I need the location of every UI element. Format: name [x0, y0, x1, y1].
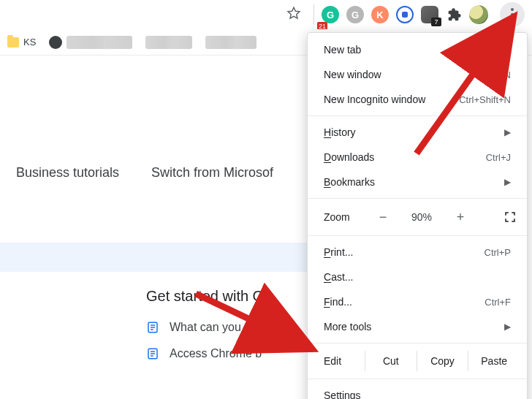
edit-cut-button[interactable]: Cut: [365, 351, 417, 371]
profile-avatar[interactable]: [469, 5, 488, 24]
ext-letter: K: [376, 10, 383, 20]
chrome-menu-button[interactable]: [500, 2, 525, 27]
article-icon: [146, 347, 159, 360]
menu-item-incognito[interactable]: New Incognito window Ctrl+Shift+N: [308, 87, 527, 112]
menu-item-settings[interactable]: Settings: [308, 383, 527, 399]
zoom-value: 90%: [406, 211, 438, 223]
menu-item-more-tools[interactable]: More tools ▶: [308, 314, 527, 339]
get-started-section: Get started with Ch What can you do Acce…: [146, 288, 271, 373]
toolbar-divider: [314, 4, 314, 25]
favicon-icon: [49, 36, 62, 49]
folder-icon: [7, 37, 19, 48]
extension-grey-icon[interactable]: G: [346, 6, 364, 23]
tab-switch-from-microsoft[interactable]: Switch from Microsof: [150, 158, 275, 188]
list-item[interactable]: What can you do: [146, 321, 271, 334]
page-tabs: Business tutorials Switch from Microsof: [15, 158, 275, 188]
fullscreen-icon[interactable]: [503, 210, 517, 224]
section-heading: Get started with Ch: [146, 288, 271, 305]
extension-k-icon[interactable]: K: [371, 6, 389, 23]
submenu-chevron-icon: ▶: [504, 127, 511, 137]
menu-item-downloads[interactable]: Downloads Ctrl+J: [308, 145, 527, 170]
extension-badge: 7: [431, 18, 441, 26]
menu-item-bookmarks[interactable]: Bookmarks ▶: [308, 170, 527, 194]
menu-item-shortcut: Ctrl+Shift+N: [459, 94, 511, 105]
zoom-label: Zoom: [324, 211, 373, 223]
menu-separator: [308, 115, 527, 116]
menu-item-label: Find...: [324, 296, 352, 308]
menu-item-label: More tools: [324, 321, 371, 332]
edit-copy-button[interactable]: Copy: [417, 351, 468, 371]
chrome-main-menu: New tab T New window Ctrl+N New Incognit…: [307, 32, 528, 399]
menu-item-label: New tab: [324, 44, 361, 56]
menu-item-label: Downloads: [324, 151, 374, 163]
menu-item-label: Bookmarks: [324, 176, 375, 188]
edit-paste-button[interactable]: Paste: [468, 351, 520, 371]
extension-blue-icon[interactable]: [396, 6, 414, 23]
extensions-puzzle-icon[interactable]: [446, 7, 462, 23]
ext-letter: G: [352, 10, 359, 20]
extensions-row: G 21 G K 7: [319, 2, 528, 27]
menu-item-label: Cast...: [324, 271, 353, 283]
menu-separator: [308, 379, 527, 379]
menu-edit-row: Edit Cut Copy Paste: [308, 347, 527, 375]
menu-item-label: New Incognito window: [324, 94, 425, 105]
submenu-chevron-icon: ▶: [504, 322, 511, 332]
list-item-label: Access Chrome b: [170, 347, 262, 360]
menu-item-label: Settings: [324, 390, 361, 399]
bookmark-item[interactable]: [205, 36, 256, 49]
bookmark-folder-label: KS: [23, 37, 36, 48]
bookmark-item[interactable]: [49, 36, 132, 49]
bookmark-label-blurred: [145, 36, 192, 49]
menu-item-print[interactable]: Print... Ctrl+P: [308, 240, 527, 265]
menu-item-cast[interactable]: Cast...: [308, 265, 527, 289]
zoom-in-button[interactable]: +: [451, 210, 470, 225]
menu-item-new-tab[interactable]: New tab T: [308, 37, 527, 62]
edit-label: Edit: [324, 355, 365, 367]
menu-item-label: History: [324, 126, 356, 138]
menu-item-new-window[interactable]: New window Ctrl+N: [308, 62, 527, 87]
ext-letter: G: [327, 10, 334, 20]
menu-zoom-row: Zoom − 90% +: [308, 202, 527, 232]
extension-grammarly-icon[interactable]: G: [322, 6, 339, 23]
menu-item-history[interactable]: History ▶: [308, 120, 527, 145]
menu-item-label: New window: [324, 69, 381, 80]
bookmark-star-icon[interactable]: [286, 5, 302, 24]
article-icon: [146, 321, 159, 334]
bookmark-label-blurred: [205, 36, 256, 49]
menu-item-shortcut: Ctrl+J: [486, 152, 511, 163]
menu-separator: [308, 235, 527, 236]
browser-toolbar: G 21 G K 7: [0, 0, 528, 29]
menu-item-shortcut: Ctrl+N: [484, 69, 511, 80]
submenu-chevron-icon: ▶: [504, 177, 511, 187]
menu-item-label: Print...: [324, 246, 353, 258]
bookmark-folder[interactable]: KS: [7, 37, 36, 48]
tab-business-tutorials[interactable]: Business tutorials: [15, 158, 121, 188]
list-item-label: What can you do: [170, 321, 257, 334]
menu-item-find[interactable]: Find... Ctrl+F: [308, 289, 527, 314]
zoom-out-button[interactable]: −: [373, 210, 392, 225]
info-banner: [0, 243, 307, 272]
menu-item-shortcut: Ctrl+F: [484, 297, 511, 308]
menu-separator: [308, 198, 527, 199]
bookmark-label-blurred: [66, 36, 132, 49]
vertical-dots-icon: [511, 8, 514, 21]
menu-item-shortcut: Ctrl+P: [484, 247, 511, 258]
list-item[interactable]: Access Chrome b: [146, 347, 271, 360]
menu-separator: [308, 343, 527, 343]
menu-item-shortcut: T: [505, 45, 511, 56]
bookmark-item[interactable]: [145, 36, 192, 49]
